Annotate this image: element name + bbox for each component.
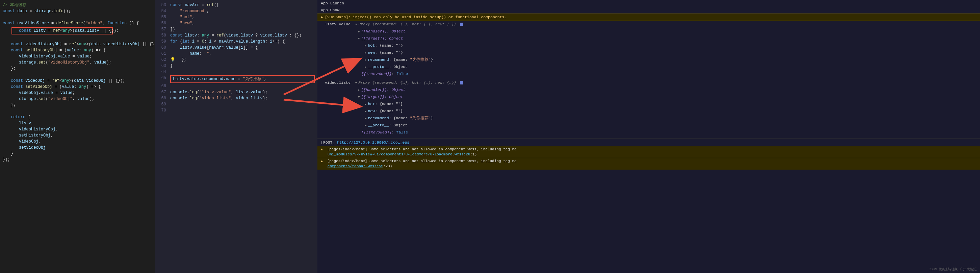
warning-icon: ▲ bbox=[321, 160, 323, 163]
line-number: 62 bbox=[158, 57, 170, 63]
editor-left-panel: // 本地缓存 const data = storage.info(); con… bbox=[0, 0, 155, 273]
source-link[interactable]: components/tabbar.wxss:55 bbox=[328, 164, 383, 168]
wxss-warning-row-2: ▲ [pages/index/home] Some selectors are … bbox=[317, 158, 980, 169]
line-number: 57 bbox=[158, 26, 170, 32]
line-number: 55 bbox=[158, 14, 170, 20]
tree-row: [[IsRevoked]]: false bbox=[317, 70, 980, 77]
code-line: "new", bbox=[170, 20, 315, 26]
code-line: videoObj.value = value; bbox=[3, 90, 152, 96]
code-line: const setVideoObj = (value: any) => { bbox=[3, 84, 152, 90]
line-number: 69 bbox=[158, 101, 170, 107]
code-line: videoHistoryObj.value = value; bbox=[3, 53, 152, 59]
tree-row[interactable]: ▶recommend: {name: "为你推荐"} bbox=[317, 56, 980, 64]
console-panel: App Launch App Show ▲[Vue warn]: inject(… bbox=[317, 0, 980, 273]
tree-row[interactable]: ▶__proto__: Object bbox=[317, 122, 980, 129]
code-line: videoHistoryObj, bbox=[3, 126, 152, 133]
console-row: App Launch bbox=[317, 0, 980, 7]
console-log-row[interactable]: video.listv ▼Proxy {recommend: {…}, hot:… bbox=[317, 80, 980, 86]
object-badge-icon bbox=[460, 22, 463, 26]
vue-warning-row: ▲[Vue warn]: inject() can only be used i… bbox=[317, 13, 980, 21]
line-number: 63 bbox=[158, 63, 170, 69]
line-number: 53 bbox=[158, 2, 170, 8]
code-line: console.log("listv.value", listv.value); bbox=[170, 89, 315, 95]
code-line: const videoObj = ref<any>(data.videoObj … bbox=[3, 78, 152, 84]
lightbulb-icon[interactable]: 💡 bbox=[170, 57, 175, 62]
editor-middle-panel: 53const navArr = ref([ 54 "recommend", 5… bbox=[155, 0, 317, 273]
code-line: listv, bbox=[3, 120, 152, 126]
code-line: name: "", bbox=[170, 51, 315, 57]
expand-toggle-icon[interactable]: ▼ bbox=[355, 81, 357, 85]
source-link[interactable]: uni_modules/vk-uview-ui/components/u-loa… bbox=[328, 152, 470, 156]
line-number: 66 bbox=[158, 83, 170, 89]
code-line: const useVideoStore = defineStore("video… bbox=[3, 20, 152, 26]
tree-row[interactable]: ▶[[Handler]]: Object bbox=[317, 86, 980, 94]
code-line: } bbox=[170, 63, 315, 69]
line-number: 58 bbox=[158, 32, 170, 38]
tree-row[interactable]: ▶hot: {name: ""} bbox=[317, 101, 980, 108]
code-line: }); bbox=[3, 157, 152, 163]
watermark: CSDN @梦想与想象.广州大智汇 bbox=[929, 267, 977, 271]
code-line: videoObj, bbox=[3, 139, 152, 145]
line-number: 61 bbox=[158, 51, 170, 57]
code-line: console.log("video.listv", video.listv); bbox=[170, 95, 315, 101]
code-line: storage.set("videoHistoryObj", value); bbox=[3, 59, 152, 65]
line-number: 64 bbox=[158, 69, 170, 75]
code-line: } bbox=[3, 151, 152, 157]
tree-row[interactable]: ▶__proto__: Object bbox=[317, 64, 980, 70]
code-line: storage.set("videoObj", value); bbox=[3, 96, 152, 102]
code-line: for (let i = 0; i < navArr.value.length;… bbox=[170, 38, 315, 45]
highlighted-code-box-1: const listv = ref<any>(data.listv || {})… bbox=[11, 27, 113, 35]
comment: // 本地缓存 bbox=[3, 3, 26, 8]
code-line: "hot", bbox=[170, 14, 315, 20]
code-line: setVideoObj bbox=[3, 145, 152, 151]
line-number: 59 bbox=[158, 38, 170, 45]
console-output[interactable]: App Launch App Show ▲[Vue warn]: inject(… bbox=[317, 0, 980, 273]
expand-toggle-icon[interactable]: ▼ bbox=[355, 23, 357, 26]
tree-row[interactable]: ▶[[Handler]]: Object bbox=[317, 28, 980, 35]
console-row: App Show bbox=[317, 7, 980, 13]
code-line: const setHistoryObj = (value: any) => { bbox=[3, 47, 152, 53]
warning-icon: ▲ bbox=[321, 148, 323, 152]
code-line: "recommend", bbox=[170, 8, 315, 14]
console-log-row[interactable]: listv.value ▼Proxy {recommend: {…}, hot:… bbox=[317, 21, 980, 28]
code-line: const navArr = ref([ bbox=[170, 2, 315, 8]
code-line: const data = storage.info(); bbox=[3, 8, 152, 14]
code-line: return { bbox=[3, 114, 152, 120]
line-number: 65 bbox=[158, 75, 170, 83]
code-line: ]) bbox=[170, 26, 315, 32]
code-line: }; bbox=[3, 102, 152, 108]
line-number: 68 bbox=[158, 95, 170, 101]
line-number: 67 bbox=[158, 89, 170, 95]
network-post-row: [POST] http://127.0.0.1:9900/_cool_eps bbox=[317, 139, 980, 146]
code-line: listv.value[navArr.value[i]] = { bbox=[170, 45, 315, 51]
tree-row[interactable]: ▶hot: {name: ""} bbox=[317, 42, 980, 49]
code-line: const videoHistoryObj = ref<any>(data.vi… bbox=[3, 41, 159, 47]
highlighted-code-box-2: listv.value.recommend.name = "为你推荐"; bbox=[170, 75, 315, 83]
line-number: 54 bbox=[158, 8, 170, 14]
code-line: }; bbox=[3, 65, 152, 72]
line-number: 56 bbox=[158, 20, 170, 26]
line-number: 60 bbox=[158, 45, 170, 51]
object-badge-icon bbox=[460, 81, 463, 85]
tree-row[interactable]: ▶new: {name: ""} bbox=[317, 108, 980, 115]
code-line: 💡 }; bbox=[170, 57, 315, 63]
wxss-warning-row-1: ▲ [pages/index/home] Some selectors are … bbox=[317, 146, 980, 158]
tree-row[interactable]: ▶new: {name: ""} bbox=[317, 49, 980, 56]
tree-row: [[IsRevoked]]: false bbox=[317, 129, 980, 136]
tree-row[interactable]: ▼[[Target]]: Object bbox=[317, 35, 980, 42]
post-url-link[interactable]: http://127.0.0.1:9900/_cool_eps bbox=[337, 140, 409, 145]
code-line: const listv: any = ref(video.listv ? vid… bbox=[170, 32, 315, 38]
warning-icon: ▲ bbox=[321, 14, 323, 20]
code-line: setHistoryObj, bbox=[3, 133, 152, 139]
line-number: 70 bbox=[158, 107, 170, 113]
tree-row[interactable]: ▶recommend: {name: "为你推荐"} bbox=[317, 115, 980, 122]
tree-row[interactable]: ▼[[Target]]: Object bbox=[317, 94, 980, 101]
